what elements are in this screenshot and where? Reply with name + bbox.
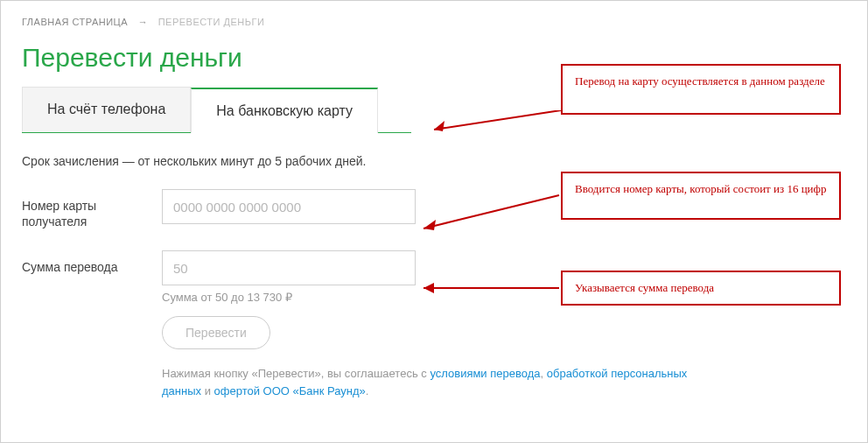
amount-input[interactable]: [162, 250, 416, 285]
svg-marker-1: [434, 121, 444, 131]
disclaimer-sep2: и: [201, 384, 214, 397]
tab-card[interactable]: На банковскую карту: [191, 88, 378, 133]
annotation-amount: Указывается сумма перевода: [561, 271, 841, 306]
breadcrumb: ГЛАВНАЯ СТРАНИЦА → ПЕРЕВЕСТИ ДЕНЬГИ: [22, 17, 846, 27]
svg-marker-3: [424, 220, 436, 230]
disclaimer: Нажимая кнопку «Перевести», вы соглашает…: [162, 365, 704, 399]
transfer-button[interactable]: Перевести: [162, 316, 270, 349]
svg-line-2: [424, 195, 559, 229]
breadcrumb-home[interactable]: ГЛАВНАЯ СТРАНИЦА: [22, 17, 128, 27]
arrow-icon: [415, 281, 564, 299]
card-number-input[interactable]: [162, 189, 416, 224]
annotation-card: Вводится номер карты, который состоит из…: [561, 172, 841, 220]
svg-marker-5: [424, 283, 434, 293]
tabs: На счёт телефона На банковскую карту: [22, 87, 411, 133]
disclaimer-prefix: Нажимая кнопку «Перевести», вы соглашает…: [162, 367, 430, 380]
transfer-timing-info: Срок зачисления — от нескольких минут до…: [22, 154, 846, 168]
arrow-icon: [415, 190, 564, 234]
tab-phone[interactable]: На счёт телефона: [22, 87, 191, 132]
amount-label: Сумма перевода: [22, 250, 162, 275]
arrow-icon: [425, 110, 565, 145]
amount-hint: Сумма от 50 до 13 730 ₽: [162, 291, 416, 304]
offer-link[interactable]: офертой ООО «Банк Раунд»: [214, 384, 366, 397]
disclaimer-suffix: .: [366, 384, 369, 397]
breadcrumb-arrow-icon: →: [138, 17, 149, 27]
annotation-section: Перевод на карту осуществляется в данном…: [561, 64, 841, 115]
breadcrumb-current: ПЕРЕВЕСТИ ДЕНЬГИ: [158, 17, 265, 27]
card-number-label: Номер карты получателя: [22, 189, 162, 229]
terms-link[interactable]: условиями перевода: [430, 367, 540, 380]
svg-line-0: [434, 110, 561, 130]
disclaimer-sep1: ,: [541, 367, 547, 380]
